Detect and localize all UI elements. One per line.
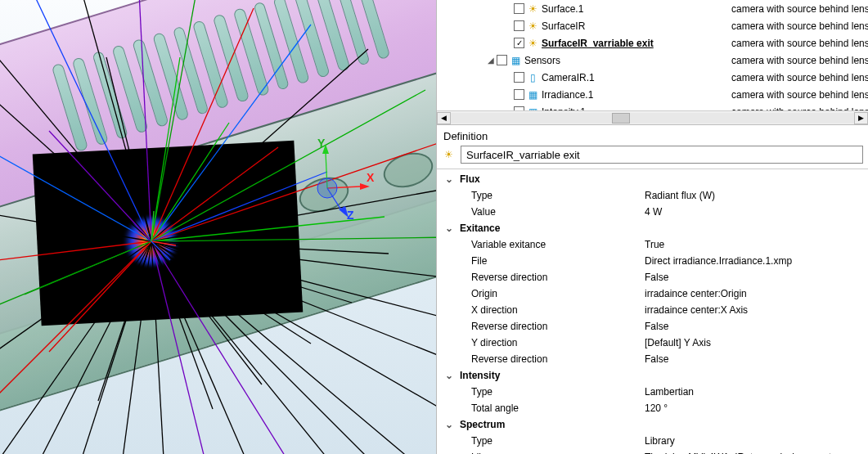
property-row[interactable]: Y direction[Default] Y Axis	[437, 335, 868, 351]
svg-line-0	[0, 41, 151, 241]
property-row[interactable]: Variable exitanceTrue	[437, 236, 868, 253]
caret-down-icon[interactable]: ⌄	[445, 370, 456, 381]
svg-line-21	[151, 241, 205, 454]
svg-line-11	[151, 237, 436, 241]
tree-checkbox[interactable]	[514, 3, 524, 14]
property-label: Variable exitance	[456, 239, 645, 250]
camera-icon: ▯	[526, 72, 539, 83]
source-icon: ☀	[526, 3, 539, 15]
svg-line-8	[151, 90, 425, 241]
tree-item[interactable]: ▯CameraIR.1camera with source behind len…	[437, 69, 868, 86]
property-row[interactable]: Total angle120 °	[437, 400, 868, 416]
tree-item-path: camera with source behind lens.3	[731, 20, 868, 32]
caret-down-icon[interactable]: ⌄	[445, 419, 456, 430]
property-value[interactable]: False	[645, 321, 860, 332]
tree-checkbox[interactable]	[514, 89, 524, 100]
caret-down-icon[interactable]: ⌄	[445, 173, 456, 185]
property-group-header[interactable]: ⌄Intensity	[437, 367, 868, 384]
scroll-thumb[interactable]	[612, 113, 630, 124]
property-label: Reverse direction	[456, 353, 645, 365]
tree-item[interactable]: ☀Surface.1camera with source behind lens…	[437, 0, 868, 17]
svg-line-10	[151, 188, 436, 241]
property-row[interactable]: Reverse directionFalse	[437, 318, 868, 335]
properties-panel: ☀Surface.1camera with source behind lens…	[436, 0, 868, 454]
definition-name-input[interactable]	[461, 146, 863, 164]
scroll-track[interactable]	[451, 113, 854, 124]
axis-y-label: Y	[317, 137, 326, 150]
3d-viewport[interactable]: X Y Z	[0, 0, 436, 454]
svg-line-7	[151, 49, 368, 241]
property-row[interactable]: X directionirradaince center:X Axis	[437, 302, 868, 318]
tree-item-label[interactable]: Surface.1	[542, 3, 583, 15]
property-group-header[interactable]: ⌄Spectrum	[437, 416, 868, 433]
tree-item[interactable]: ☀SurfaceIR_varriable exitcamera with sou…	[437, 34, 868, 52]
property-value[interactable]: 120 °	[645, 402, 860, 414]
tree-item[interactable]: ▦Irradiance.1camera with source behind l…	[437, 86, 868, 103]
tree-item-label[interactable]: SurfaceIR_varriable exit	[542, 38, 654, 49]
property-row[interactable]: Originirradaince center:Origin	[437, 285, 868, 302]
svg-line-5	[151, 8, 254, 241]
scroll-left-button[interactable]: ◀	[437, 112, 451, 124]
property-row[interactable]: FileDirect irradiance.Irradiance.1.xmp	[437, 253, 868, 269]
property-group-header[interactable]: ⌄Exitance	[437, 220, 868, 236]
property-row[interactable]: LibraryThorlabs_MVL4WA_IR_transmission.s…	[437, 449, 868, 454]
svg-line-19	[151, 241, 286, 454]
expander-icon[interactable]: ◢	[486, 56, 495, 65]
svg-line-4	[151, 0, 196, 241]
property-value[interactable]: 4 W	[645, 206, 860, 218]
property-value[interactable]: [Default] Y Axis	[645, 337, 860, 348]
svg-line-33	[0, 90, 151, 241]
property-row[interactable]: Value4 W	[437, 204, 868, 220]
property-label: Origin	[456, 288, 645, 299]
property-value[interactable]: False	[645, 353, 860, 365]
property-value[interactable]: Lambertian	[645, 386, 860, 398]
svg-line-40	[151, 241, 311, 344]
property-row[interactable]: TypeLibrary	[437, 433, 868, 449]
property-row[interactable]: TypeRadiant flux (W)	[437, 187, 868, 204]
property-value[interactable]: Radiant flux (W)	[645, 190, 860, 201]
property-value[interactable]: irradaince center:X Axis	[645, 304, 860, 316]
source-icon: ☀	[442, 149, 455, 160]
property-row[interactable]: Reverse directionFalse	[437, 269, 868, 285]
property-row[interactable]: Reverse directionFalse	[437, 351, 868, 367]
axis-x-label: X	[367, 171, 375, 184]
property-value[interactable]: True	[645, 239, 860, 250]
property-label: Type	[456, 386, 645, 398]
tree-checkbox[interactable]	[514, 38, 524, 48]
property-group-header[interactable]: ⌄Flux	[437, 171, 868, 187]
source-icon: ☀	[526, 20, 539, 32]
tree-checkbox[interactable]	[514, 72, 524, 83]
property-row[interactable]: TypeLambertian	[437, 384, 868, 400]
svg-line-30	[0, 241, 151, 262]
svg-line-48	[151, 57, 180, 241]
tree-item[interactable]: ◢▦Sensorscamera with source behind lens.…	[437, 52, 868, 69]
property-group-title: Spectrum	[456, 419, 645, 430]
property-label: Reverse direction	[456, 321, 645, 332]
tree-item-path: camera with source behind lens.3	[731, 72, 868, 83]
tree-item-label[interactable]: Sensors	[524, 55, 560, 66]
property-value[interactable]: Library	[645, 435, 860, 447]
svg-line-12	[151, 241, 436, 278]
tree-item-label[interactable]: Irradiance.1	[542, 89, 593, 101]
svg-line-6	[151, 25, 311, 241]
tree-item-label[interactable]: SurfaceIR	[542, 20, 585, 32]
tree-checkbox[interactable]	[514, 20, 524, 31]
property-value[interactable]: irradaince center:Origin	[645, 288, 860, 299]
source-icon: ☀	[526, 38, 539, 49]
property-value[interactable]: Direct irradiance.Irradiance.1.xmp	[645, 255, 860, 267]
caret-down-icon[interactable]: ⌄	[445, 223, 456, 234]
tree-h-scrollbar[interactable]: ◀ ▶	[437, 110, 868, 124]
tree-item-path: camera with source behind lens.3	[731, 89, 868, 101]
svg-line-43	[98, 241, 151, 401]
property-label: Y direction	[456, 337, 645, 348]
tree-item-label[interactable]: CameraIR.1	[542, 72, 595, 83]
tree-checkbox[interactable]	[497, 55, 507, 65]
svg-marker-53	[360, 183, 370, 190]
tree-item[interactable]: ☀SurfaceIRcamera with source behind lens…	[437, 17, 868, 34]
scroll-right-button[interactable]: ▶	[854, 112, 868, 124]
scene-tree[interactable]: ☀Surface.1camera with source behind lens…	[437, 0, 868, 125]
property-value[interactable]: False	[645, 272, 860, 283]
property-grid[interactable]: ⌄FluxTypeRadiant flux (W)Value4 W⌄Exitan…	[437, 169, 868, 454]
svg-line-25	[41, 241, 151, 454]
sensor-icon: ▦	[526, 89, 539, 101]
